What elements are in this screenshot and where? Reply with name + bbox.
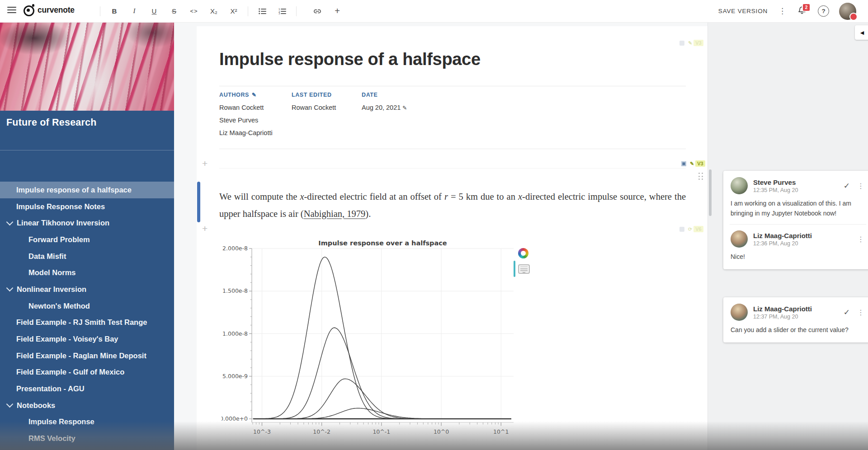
comment-divider [730, 224, 866, 225]
sidebar-item[interactable]: Field Example - Gulf of Mexico [0, 364, 174, 381]
figure-block-controls: ⟳ V6 [679, 226, 703, 232]
user-avatar[interactable] [839, 3, 856, 20]
title-block-version[interactable]: ✎ V3 [688, 40, 703, 46]
ordered-list-button[interactable]: >123 [275, 5, 289, 18]
impulse-response-chart: 0.000e+05.000e-91.000e-81.500e-82.000e-8… [222, 239, 515, 443]
sidebar-item[interactable]: Impulse Response Notes [0, 198, 174, 215]
block-square-icon[interactable] [681, 161, 686, 166]
last-edited-label: LAST EDITED [292, 92, 332, 98]
underline-button[interactable]: U [147, 5, 161, 18]
sidebar-item-label: Field Example - Raglan Mine Deposit [16, 352, 146, 360]
sidebar-item-label: Field Example - Voisey's Bay [16, 335, 118, 343]
sidebar-item[interactable]: Data Misfit [0, 248, 174, 265]
sidebar-item-label: Field Example - RJ Smith Test Range [16, 318, 147, 327]
document-page: ✎ V3 Impulse response of a halfspace AUT… [197, 26, 708, 450]
save-version-button[interactable]: SAVE VERSION [718, 8, 768, 14]
paragraph-text[interactable]: We will compute the x-directed electric … [219, 188, 686, 222]
citation-link[interactable]: Nabighian, 1979 [304, 209, 366, 219]
italic-button[interactable]: I [127, 5, 141, 18]
edit-date-icon[interactable]: ✎ [402, 105, 407, 111]
sidebar-item[interactable]: Model Norms [0, 264, 174, 281]
sidebar-item-label: Model Norms [28, 268, 76, 277]
comment-author-block: Steve Purves12:35 PM, Aug 20 [753, 178, 837, 193]
document-title[interactable]: Impulse response of a halfspace [219, 50, 481, 69]
block-square-icon[interactable] [679, 41, 684, 46]
authors-label: AUTHORS ✎ [219, 92, 257, 98]
sidebar-item[interactable]: Presentation - AGU [0, 380, 174, 397]
superscript-button[interactable]: X² [227, 5, 241, 18]
svg-text:1.500e-8: 1.500e-8 [222, 287, 248, 294]
sidebar-item[interactable]: Nonlinear Inversion [0, 281, 174, 298]
last-edited-value: Rowan Cockett [292, 104, 336, 111]
sidebar-item[interactable]: Impulse Response [0, 414, 174, 431]
paragraph-block-version[interactable]: ✎ V3 [690, 160, 705, 167]
avatar [731, 304, 748, 321]
date-label: DATE [362, 92, 378, 98]
resolve-check-icon[interactable]: ✓ [843, 308, 851, 317]
comment-menu-icon[interactable]: ⋮ [856, 235, 865, 244]
help-icon[interactable]: ? [818, 5, 829, 17]
comment-body: I am working on a visualization of this.… [731, 199, 865, 218]
block-square-icon[interactable] [679, 227, 684, 232]
plotly-logo-icon[interactable] [518, 248, 528, 258]
sidebar-item[interactable]: RMS Velocity [0, 430, 174, 447]
add-block-button[interactable]: + [202, 158, 208, 169]
author-name: Steve Purves [219, 117, 273, 124]
svg-text:5.000e-9: 5.000e-9 [222, 373, 248, 380]
scrollbar-thumb[interactable] [709, 169, 712, 216]
sidebar-item-label: Linear Tikhonov Inversion [17, 219, 109, 227]
comment-menu-icon[interactable]: ⋮ [856, 182, 865, 190]
sidebar-divider [0, 150, 174, 150]
comment-menu-icon[interactable]: ⋮ [856, 308, 865, 317]
project-sidebar: Future of Research Impulse response of a… [0, 22, 174, 450]
paragraph-block-controls: ✎ V3 [681, 160, 705, 167]
sidebar-item[interactable]: Notebooks [0, 397, 174, 414]
code-button[interactable]: <> [187, 5, 201, 18]
comment-anchor-highlight [514, 261, 515, 277]
toolbar-right: SAVE VERSION ⋮ 2 ? [718, 0, 856, 22]
notification-badge: 2 [802, 3, 811, 12]
sidebar-item[interactable]: Field Example - Voisey's Bay [0, 331, 174, 347]
author-name: Rowan Cockett [219, 104, 273, 111]
resolve-check-icon[interactable]: ✓ [843, 181, 851, 191]
sidebar-item-label: RMS Velocity [28, 434, 75, 443]
svg-text:0.000e+0: 0.000e+0 [222, 415, 248, 422]
add-button[interactable]: + [330, 5, 344, 18]
sidebar-item[interactable]: Impulse response of a halfspace [0, 182, 174, 198]
sidebar-item[interactable]: Field Example - Raglan Mine Deposit [0, 347, 174, 364]
sidebar-item[interactable]: Field Example - RJ Smith Test Range [0, 314, 174, 331]
sidebar-item[interactable]: Newton's Method [0, 298, 174, 314]
chevron-down-icon[interactable] [6, 401, 14, 408]
math-variable: x [300, 192, 304, 202]
svg-text:1.000e-8: 1.000e-8 [222, 330, 248, 337]
comment-header: Steve Purves12:35 PM, Aug 20✓⋮ [731, 177, 865, 194]
strikethrough-button[interactable]: S [167, 5, 181, 18]
chevron-down-icon[interactable] [6, 285, 14, 292]
sidebar-item[interactable]: Forward Problem [0, 231, 174, 248]
sidebar-item[interactable]: Synthetic Example - Block Model [0, 447, 174, 450]
add-block-button[interactable]: + [202, 223, 208, 234]
project-title: Future of Research [6, 117, 165, 128]
subscript-button[interactable]: X₂ [207, 5, 221, 18]
bullet-list-button[interactable] [255, 5, 269, 18]
block-drag-handle[interactable] [698, 173, 703, 180]
more-options-icon[interactable]: ⋮ [778, 6, 787, 16]
figure-block-version[interactable]: ⟳ V6 [688, 226, 703, 232]
add-comment-icon[interactable] [518, 264, 530, 274]
comment-timestamp: 12:35 PM, Aug 20 [753, 187, 837, 193]
bold-button[interactable]: B [108, 5, 121, 18]
notifications-bell-icon[interactable]: 2 [797, 5, 808, 17]
date-value: Aug 20, 2021 ✎ [362, 104, 407, 111]
sidebar-nav: Impulse response of a halfspaceImpulse R… [0, 182, 174, 450]
sidebar-item[interactable]: Linear Tikhonov Inversion [0, 215, 174, 231]
avatar-status-badge [849, 13, 858, 21]
edit-authors-icon[interactable]: ✎ [252, 92, 257, 98]
hamburger-menu-icon[interactable] [7, 7, 16, 14]
link-button[interactable] [311, 5, 324, 18]
curvenote-logo[interactable]: curvenote [23, 4, 75, 16]
comment-author: Liz Maag-Capriotti [753, 305, 837, 313]
pencil-icon: ✎ [690, 161, 694, 167]
collapse-panel-button[interactable]: ◀ [855, 25, 868, 40]
chevron-down-icon[interactable] [6, 218, 14, 225]
svg-text:10^1: 10^1 [493, 428, 509, 435]
